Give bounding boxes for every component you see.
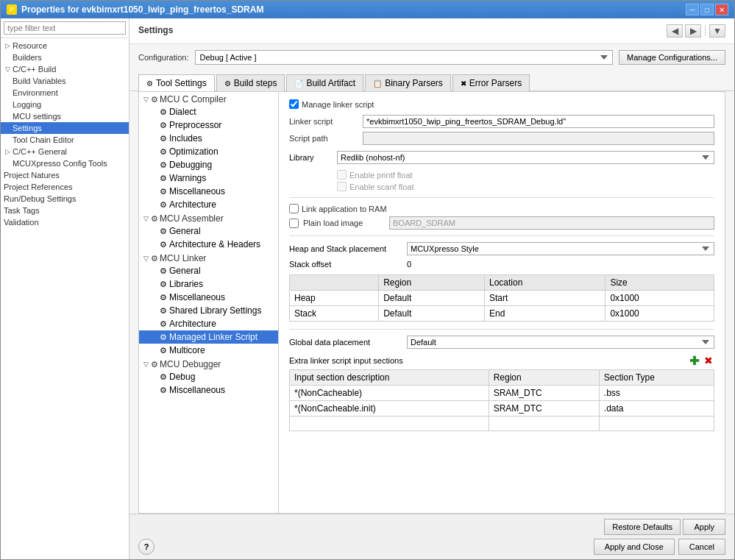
- nav-back-button[interactable]: ◀: [667, 24, 683, 38]
- tab-build-artifact[interactable]: 📄 Build Artifact: [286, 74, 363, 91]
- maximize-button[interactable]: □: [700, 4, 714, 15]
- remove-section-button[interactable]: ✖: [703, 355, 714, 366]
- tree-item-label: Settings: [13, 124, 42, 132]
- tree-item-cpp-build[interactable]: ▽ C/C++ Build: [1, 63, 129, 75]
- tree-item-task-tags[interactable]: Task Tags: [1, 205, 129, 216]
- item-label: Miscellaneous: [169, 292, 225, 302]
- tree-item-tool-chain-editor[interactable]: Tool Chain Editor: [1, 134, 129, 146]
- item-label: Includes: [169, 133, 202, 143]
- tree-item-environment[interactable]: Environment: [1, 87, 129, 99]
- global-data-select[interactable]: Default: [407, 336, 714, 349]
- tab-binary-parsers[interactable]: 📋 Binary Parsers: [365, 74, 451, 91]
- tab-tool-settings[interactable]: ⚙ Tool Settings: [138, 74, 215, 91]
- tree-item-assembler-general[interactable]: ⚙ General: [139, 224, 278, 238]
- minimize-button[interactable]: ─: [686, 4, 699, 15]
- cancel-button[interactable]: Cancel: [678, 539, 725, 555]
- tree-item-label: Project References: [4, 182, 73, 191]
- binary-parsers-tab-icon: 📋: [373, 79, 382, 88]
- gear-icon: ⚙: [160, 280, 167, 289]
- tree-item-debugger-misc[interactable]: ⚙ Miscellaneous: [139, 383, 278, 397]
- tree-item-warnings[interactable]: ⚙ Warnings: [139, 171, 278, 185]
- tree-item-settings[interactable]: Settings: [1, 122, 129, 134]
- link-to-ram-checkbox[interactable]: [289, 204, 299, 213]
- group-mcu-assembler[interactable]: ▽ ⚙ MCU Assembler: [139, 211, 278, 224]
- item-label: Libraries: [169, 279, 203, 289]
- tree-item-cpp-general[interactable]: ▷ C/C++ General: [1, 146, 129, 157]
- tree-item-architecture-linker[interactable]: ⚙ Architecture: [139, 317, 278, 330]
- tree-item-logging[interactable]: Logging: [1, 99, 129, 110]
- tree-item-libraries[interactable]: ⚙ Libraries: [139, 277, 278, 291]
- build-artifact-tab-icon: 📄: [294, 79, 303, 88]
- item-label: Dialect: [169, 107, 196, 117]
- group-label: MCU Assembler: [160, 213, 224, 224]
- group-mcu-linker[interactable]: ▽ ⚙ MCU Linker: [139, 251, 278, 264]
- item-label: Architecture: [169, 319, 216, 329]
- filter-input[interactable]: [4, 21, 126, 35]
- tree-item-miscellaneous-compiler[interactable]: ⚙ Miscellaneous: [139, 185, 278, 198]
- tree-item-optimization[interactable]: ⚙ Optimization: [139, 145, 278, 158]
- tree-item-project-references[interactable]: Project References: [1, 181, 129, 193]
- tree-item-linker-misc[interactable]: ⚙ Miscellaneous: [139, 291, 278, 304]
- item-label: General: [169, 266, 201, 276]
- enable-printf-float-checkbox[interactable]: [337, 170, 347, 180]
- manage-linker-script-label: Manage linker script: [302, 100, 374, 109]
- close-button[interactable]: ✕: [715, 4, 728, 15]
- tree-item-validation[interactable]: Validation: [1, 216, 129, 228]
- tree-item-mcuxpresso-config[interactable]: MCUXpresso Config Tools: [1, 157, 129, 169]
- help-button[interactable]: ?: [138, 539, 155, 555]
- cell-region: SRAM_DTC: [489, 386, 599, 401]
- tree-item-run-debug[interactable]: Run/Debug Settings: [1, 193, 129, 205]
- tree-item-debug[interactable]: ⚙ Debug: [139, 370, 278, 383]
- item-label: Miscellaneous: [169, 385, 225, 395]
- window-icon: P: [7, 4, 17, 15]
- tree-item-dialect[interactable]: ⚙ Dialect: [139, 105, 278, 118]
- col-section-type: Section Type: [599, 370, 714, 386]
- library-select[interactable]: Redlib (nohost-nf) Redlib Newlib Newlib-…: [337, 151, 714, 164]
- linker-script-input[interactable]: [363, 115, 714, 128]
- tree-item-label: C/C++ Build: [13, 65, 56, 74]
- heap-stack-select[interactable]: MCUXpresso Style Default: [407, 242, 714, 255]
- tree-item-multicore[interactable]: ⚙ Multicore: [139, 344, 278, 357]
- tree-item-linker-general[interactable]: ⚙ General: [139, 264, 278, 277]
- tab-error-parsers[interactable]: ✖ Error Parsers: [452, 74, 530, 91]
- apply-and-close-button[interactable]: Apply and Close: [594, 539, 675, 555]
- script-path-label: Script path: [289, 134, 363, 143]
- item-label: Debug: [169, 372, 195, 382]
- add-icon: ✚: [689, 354, 699, 368]
- gear-icon: ⚙: [160, 266, 167, 276]
- settings-header: Settings ◀ ▶ ▼: [129, 18, 734, 44]
- group-mcu-c-compiler[interactable]: ▽ ⚙ MCU C Compiler: [139, 92, 278, 105]
- enable-scanf-float-checkbox[interactable]: [337, 182, 347, 191]
- tree-item-debugging[interactable]: ⚙ Debugging: [139, 158, 278, 171]
- tree-item-arch-headers[interactable]: ⚙ Architecture & Headers: [139, 238, 278, 251]
- tree-item-resource[interactable]: ▷ Resource: [1, 40, 129, 52]
- tree-item-project-natures[interactable]: Project Natures: [1, 169, 129, 181]
- tab-build-steps[interactable]: ⚙ Build steps: [216, 74, 285, 91]
- tree-item-includes[interactable]: ⚙ Includes: [139, 132, 278, 145]
- settings-title: Settings: [138, 25, 173, 35]
- expand-icon: ▽: [142, 96, 149, 103]
- tree-item-label: MCUXpresso Config Tools: [13, 159, 107, 168]
- config-select[interactable]: Debug [ Active ]: [195, 50, 614, 65]
- manage-linker-script-checkbox[interactable]: [289, 99, 299, 109]
- group-mcu-debugger[interactable]: ▽ ⚙ MCU Debugger: [139, 357, 278, 370]
- tree-item-preprocessor[interactable]: ⚙ Preprocessor: [139, 118, 278, 132]
- table-row[interactable]: *(NonCacheable) SRAM_DTC .bss: [290, 386, 714, 401]
- tree-item-shared-library-settings[interactable]: ⚙ Shared Library Settings: [139, 304, 278, 317]
- tree-item-builders[interactable]: Builders: [1, 52, 129, 63]
- add-section-button[interactable]: ✚: [688, 355, 700, 366]
- manage-configurations-button[interactable]: Manage Configurations...: [619, 50, 725, 65]
- item-label: Warnings: [169, 173, 206, 183]
- tree-item-architecture-compiler[interactable]: ⚙ Architecture: [139, 198, 278, 211]
- plain-load-image-checkbox[interactable]: [289, 219, 299, 228]
- tree-item-build-variables[interactable]: Build Variables: [1, 75, 129, 87]
- title-bar: P Properties for evkbimxrt1050_lwip_ping…: [1, 1, 734, 18]
- item-label: Preprocessor: [169, 120, 221, 130]
- tree-item-managed-linker-script[interactable]: ⚙ Managed Linker Script: [139, 330, 278, 344]
- nav-menu-button[interactable]: ▼: [709, 24, 725, 38]
- nav-forward-button[interactable]: ▶: [685, 24, 701, 38]
- tree-item-mcu-settings[interactable]: MCU settings: [1, 110, 129, 122]
- restore-defaults-button[interactable]: Restore Defaults: [604, 519, 681, 535]
- table-row[interactable]: *(NonCacheable.init) SRAM_DTC .data: [290, 401, 714, 417]
- apply-button[interactable]: Apply: [683, 519, 725, 535]
